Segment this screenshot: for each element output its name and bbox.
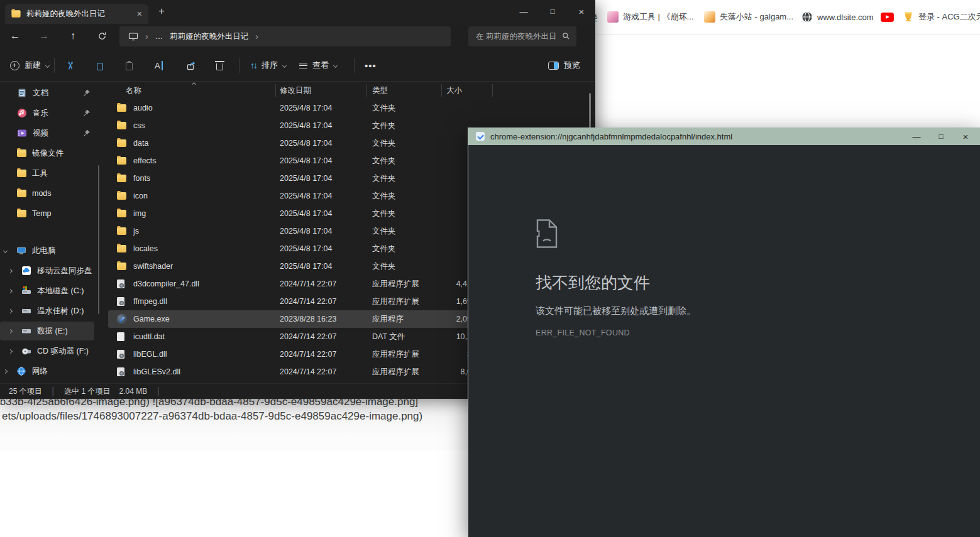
folder-icon	[11, 10, 20, 17]
sidebar-item-cd-drive[interactable]: CD 驱动器 (F:)	[0, 342, 94, 361]
file-date: 2025/4/8 17:04	[280, 104, 332, 112]
file-date: 2025/4/8 17:04	[280, 209, 332, 218]
sidebar-item-drive-d[interactable]: 温水佳树 (D:)	[0, 301, 94, 320]
sidebar-item-documents[interactable]: 文档	[0, 84, 94, 102]
forward-button[interactable]: →	[35, 26, 53, 45]
sidebar-item-folder[interactable]: mods	[0, 184, 94, 203]
sort-button[interactable]: ↑↓ 排序	[246, 55, 290, 75]
bookmark-item[interactable]	[881, 10, 894, 24]
this-pc-icon	[128, 31, 138, 41]
share-button[interactable]	[182, 55, 201, 75]
folder-icon	[117, 122, 126, 129]
column-header-name[interactable]: 名称	[126, 85, 141, 96]
error-heading: 找不到您的文件	[536, 272, 650, 294]
chevron-down-icon	[45, 63, 50, 67]
item-count: 25 个项目	[9, 386, 42, 397]
sidebar-item-folder[interactable]: 镜像文件	[0, 144, 94, 163]
extension-window-title: chrome-extension://njgcanhfjdabfmnlmpmde…	[490, 132, 901, 141]
preview-button[interactable]: 预览	[544, 55, 584, 75]
breadcrumb-ellipsis[interactable]: …	[155, 32, 163, 41]
bookmark-item[interactable]: 失落小站 - galgam...	[704, 10, 793, 24]
extension-titlebar[interactable]: chrome-extension://njgcanhfjdabfmnlmpmde…	[468, 127, 980, 145]
sort-arrows-icon: ↑↓	[250, 60, 256, 70]
maximize-button[interactable]: □	[932, 127, 950, 145]
divider	[354, 58, 355, 73]
file-name: audio	[133, 104, 153, 112]
close-tab-icon[interactable]: ×	[137, 9, 142, 19]
refresh-button[interactable]	[92, 26, 111, 45]
cut-button[interactable]: ✂	[62, 55, 78, 75]
bookmark-item[interactable]: www.dlsite.com	[801, 10, 874, 24]
bookmark-item[interactable]: 登录 - ACG二次元...	[903, 10, 980, 24]
video-icon	[17, 128, 27, 138]
view-button[interactable]: 查看	[295, 55, 341, 75]
sidebar-item-music[interactable]: 音乐	[0, 104, 94, 122]
sidebar-item-videos[interactable]: 视频	[0, 124, 94, 143]
minimize-button[interactable]: —	[907, 127, 926, 145]
error-message: 该文件可能已被移至别处或遭到删除。	[536, 305, 696, 317]
new-tab-button[interactable]: +	[158, 5, 165, 18]
sidebar-item-cloud-drive[interactable]: 移动云盘同步盘	[0, 261, 94, 280]
search-placeholder: 在 莉莉娅的夜晚外出日记	[476, 31, 556, 42]
column-header-date[interactable]: 修改日期	[280, 85, 311, 96]
close-window-button[interactable]: ×	[956, 127, 975, 145]
column-header-type[interactable]: 类型	[372, 85, 388, 96]
explorer-tab[interactable]: 莉莉娅的夜晚外出日记 ×	[5, 4, 148, 24]
cd-drive-icon	[21, 346, 31, 356]
network-icon	[16, 366, 26, 376]
back-button[interactable]: ←	[6, 26, 25, 45]
copy-button[interactable]	[92, 55, 107, 75]
music-icon	[17, 108, 27, 118]
extension-favicon	[476, 132, 485, 141]
paste-button[interactable]	[122, 55, 136, 75]
chevron-right-icon[interactable]	[3, 369, 8, 373]
column-header-size[interactable]: 大小	[446, 85, 462, 96]
plus-circle-icon	[10, 61, 19, 70]
sidebar-item-folder[interactable]: Temp	[0, 204, 94, 223]
sidebar-label: 音乐	[33, 108, 48, 119]
rename-button[interactable]: A	[151, 55, 167, 75]
chevron-right-icon[interactable]	[8, 308, 13, 313]
breadcrumb-folder[interactable]: 莉莉娅的夜晚外出日记	[170, 31, 248, 42]
sidebar-label: mods	[32, 189, 52, 198]
file-type: 文件夹	[372, 173, 396, 184]
close-window-button[interactable]: ×	[567, 0, 596, 23]
chevron-down-icon[interactable]	[3, 248, 8, 252]
folder-icon	[117, 104, 126, 112]
folder-icon	[117, 157, 126, 165]
delete-button[interactable]	[212, 55, 227, 75]
chevron-right-icon[interactable]	[8, 349, 13, 353]
new-button[interactable]: 新建	[6, 55, 53, 75]
tab-title: 莉莉娅的夜晚外出日记	[26, 9, 131, 19]
file-size: 4,41	[405, 279, 471, 288]
folder-icon	[117, 139, 126, 147]
more-button[interactable]: •••	[361, 55, 380, 75]
sidebar-item-drive-c[interactable]: 本地磁盘 (C:)	[0, 281, 94, 300]
chevron-right-icon[interactable]	[8, 268, 13, 273]
file-size: 3	[405, 350, 471, 359]
search-box[interactable]: 在 莉莉娅的夜晚外出日记	[468, 26, 576, 46]
folder-icon	[117, 245, 126, 252]
folder-icon	[17, 170, 26, 177]
sidebar-scrollbar[interactable]	[98, 165, 99, 314]
sidebar-item-this-pc[interactable]: 此电脑	[0, 241, 94, 260]
up-button[interactable]: ↑	[63, 26, 82, 45]
search-icon	[561, 31, 571, 41]
sidebar-item-drive-e[interactable]: 数据 (E:)	[0, 322, 94, 340]
chevron-right-icon[interactable]	[8, 328, 13, 333]
column-separator[interactable]	[441, 84, 442, 97]
sidebar-item-folder[interactable]: 工具	[0, 164, 94, 183]
bookmark-item[interactable]: 游戏工具 | 《崩坏...	[607, 10, 693, 24]
column-separator[interactable]	[275, 84, 276, 97]
bookmark-label: www.dlsite.com	[817, 13, 874, 22]
column-separator[interactable]	[492, 84, 493, 97]
table-row[interactable]: audio2025/4/8 17:04文件夹	[108, 99, 591, 117]
column-separator[interactable]	[366, 84, 367, 97]
maximize-button[interactable]: □	[538, 0, 567, 23]
file-name: icudtl.dat	[133, 332, 165, 341]
chevron-right-icon[interactable]	[8, 288, 13, 293]
divider	[239, 58, 239, 73]
minimize-button[interactable]: —	[509, 0, 538, 23]
file-date: 2025/4/8 17:04	[280, 156, 332, 165]
sidebar-item-network[interactable]: 网络	[0, 362, 94, 381]
